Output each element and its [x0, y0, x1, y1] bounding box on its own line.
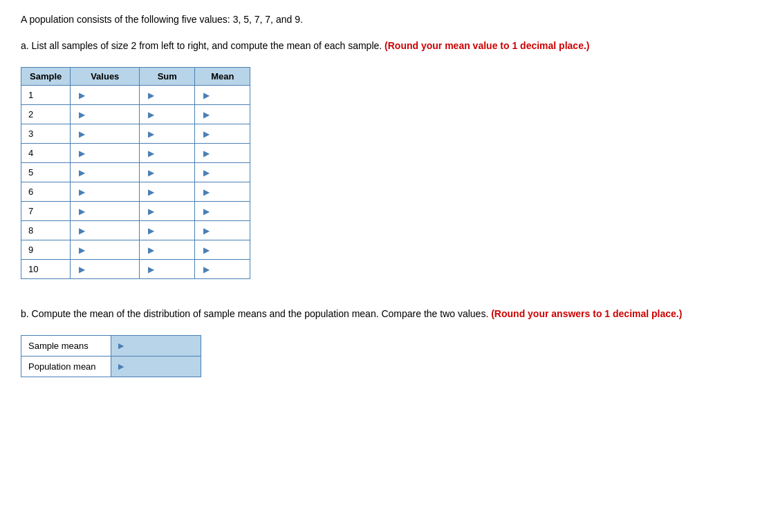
sample-number: 5 — [21, 163, 71, 182]
mean-cell[interactable]: ▶ — [195, 105, 250, 124]
table-row: 2▶▶▶ — [21, 105, 250, 124]
values-cell[interactable]: ▶ — [71, 124, 140, 144]
mean-cell[interactable]: ▶ — [195, 202, 250, 221]
question-b-label: b. — [21, 308, 29, 319]
sample-means-input[interactable]: ▶ — [111, 336, 201, 357]
question-a-label: a. — [21, 40, 29, 51]
samples-table-container: Sample Values Sum Mean 1▶▶▶2▶▶▶3▶▶▶4▶▶▶5… — [21, 67, 757, 279]
sum-cell[interactable]: ▶ — [140, 163, 195, 182]
question-a: a. List all samples of size 2 from left … — [21, 39, 757, 53]
sample-number: 9 — [21, 240, 71, 260]
sum-cell[interactable]: ▶ — [140, 86, 195, 105]
mean-cell[interactable]: ▶ — [195, 163, 250, 182]
sample-number: 7 — [21, 202, 71, 221]
question-b-body: Compute the mean of the distribution of … — [32, 308, 489, 319]
table-row: 3▶▶▶ — [21, 124, 250, 144]
sum-cell[interactable]: ▶ — [140, 124, 195, 144]
mean-cell[interactable]: ▶ — [195, 182, 250, 202]
question-b-highlight-text: (Round your answers to 1 decimal place.) — [491, 308, 682, 319]
table-row: 4▶▶▶ — [21, 144, 250, 163]
table-row: 1▶▶▶ — [21, 86, 250, 105]
sample-number: 1 — [21, 86, 71, 105]
table-row: 9▶▶▶ — [21, 240, 250, 260]
question-a-highlight-text: (Round your mean value to 1 decimal plac… — [385, 40, 589, 51]
sum-cell[interactable]: ▶ — [140, 144, 195, 163]
values-cell[interactable]: ▶ — [71, 202, 140, 221]
bottom-table: Sample means▶Population mean▶ — [21, 335, 201, 377]
header-values: Values — [71, 68, 140, 86]
sum-cell[interactable]: ▶ — [140, 105, 195, 124]
bottom-table-row: Sample means▶ — [21, 336, 201, 357]
sample-number: 2 — [21, 105, 71, 124]
sample-number: 6 — [21, 182, 71, 202]
sum-cell[interactable]: ▶ — [140, 240, 195, 260]
header-sample: Sample — [21, 68, 71, 86]
mean-cell[interactable]: ▶ — [195, 124, 250, 144]
values-cell[interactable]: ▶ — [71, 240, 140, 260]
sample-number: 8 — [21, 221, 71, 240]
header-sum: Sum — [140, 68, 195, 86]
sum-cell[interactable]: ▶ — [140, 260, 195, 279]
values-cell[interactable]: ▶ — [71, 86, 140, 105]
population-mean-input[interactable]: ▶ — [111, 357, 201, 377]
values-cell[interactable]: ▶ — [71, 221, 140, 240]
table-row: 7▶▶▶ — [21, 202, 250, 221]
intro-text: A population consists of the following f… — [21, 14, 757, 25]
sum-cell[interactable]: ▶ — [140, 202, 195, 221]
samples-table: Sample Values Sum Mean 1▶▶▶2▶▶▶3▶▶▶4▶▶▶5… — [21, 67, 250, 279]
values-cell[interactable]: ▶ — [71, 105, 140, 124]
bottom-table-row: Population mean▶ — [21, 357, 201, 377]
table-row: 8▶▶▶ — [21, 221, 250, 240]
mean-cell[interactable]: ▶ — [195, 221, 250, 240]
mean-cell[interactable]: ▶ — [195, 260, 250, 279]
header-mean: Mean — [195, 68, 250, 86]
population-mean-label: Population mean — [21, 357, 111, 377]
table-row: 6▶▶▶ — [21, 182, 250, 202]
sum-cell[interactable]: ▶ — [140, 221, 195, 240]
values-cell[interactable]: ▶ — [71, 182, 140, 202]
values-cell[interactable]: ▶ — [71, 163, 140, 182]
question-a-body: List all samples of size 2 from left to … — [32, 40, 382, 51]
mean-cell[interactable]: ▶ — [195, 86, 250, 105]
sum-cell[interactable]: ▶ — [140, 182, 195, 202]
sample-number: 4 — [21, 144, 71, 163]
question-b: b. Compute the mean of the distribution … — [21, 307, 757, 321]
sample-means-label: Sample means — [21, 336, 111, 357]
sample-number: 3 — [21, 124, 71, 144]
mean-cell[interactable]: ▶ — [195, 240, 250, 260]
table-row: 5▶▶▶ — [21, 163, 250, 182]
values-cell[interactable]: ▶ — [71, 260, 140, 279]
table-row: 10▶▶▶ — [21, 260, 250, 279]
mean-cell[interactable]: ▶ — [195, 144, 250, 163]
bottom-table-container: Sample means▶Population mean▶ — [21, 335, 757, 377]
values-cell[interactable]: ▶ — [71, 144, 140, 163]
sample-number: 10 — [21, 260, 71, 279]
